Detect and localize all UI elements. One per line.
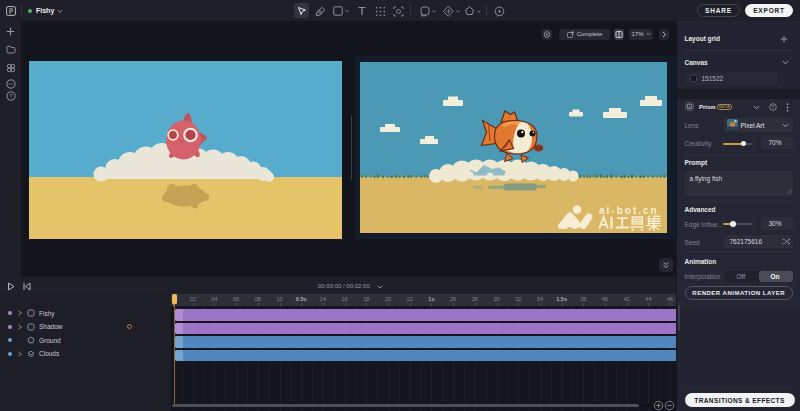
svg-text:ai-bot.cn: ai-bot.cn	[599, 205, 659, 216]
svg-text:?: ?	[772, 103, 775, 109]
svg-text:?: ?	[9, 93, 13, 99]
